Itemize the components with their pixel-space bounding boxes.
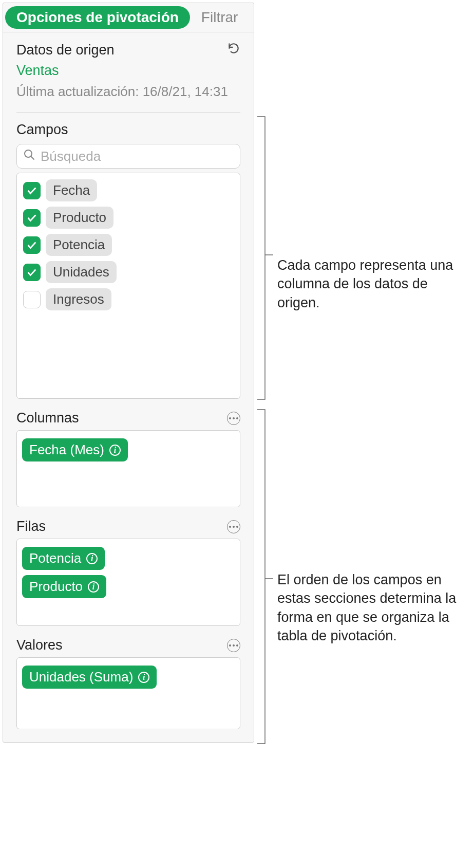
info-icon[interactable]: i: [88, 581, 99, 593]
column-pill-fecha-mes[interactable]: Fecha (Mes) i: [22, 438, 128, 461]
field-checkbox-fecha[interactable]: [23, 182, 41, 199]
columns-title: Columnas: [16, 410, 79, 426]
pill-label: Unidades (Suma): [29, 669, 133, 685]
search-field-wrapper[interactable]: [16, 144, 240, 169]
source-table-name[interactable]: Ventas: [16, 63, 240, 79]
svg-line-1: [31, 156, 34, 159]
info-icon[interactable]: i: [109, 445, 121, 456]
search-icon: [23, 149, 41, 164]
pill-label: Fecha (Mes): [29, 442, 104, 458]
search-input[interactable]: [41, 149, 234, 164]
field-row: Producto: [23, 207, 234, 229]
pill-label: Producto: [29, 579, 83, 595]
pill-label: Potencia: [29, 550, 81, 566]
field-checkbox-potencia[interactable]: [23, 236, 41, 254]
field-pill-fecha[interactable]: Fecha: [46, 179, 97, 201]
values-dropzone[interactable]: Unidades (Suma) i: [16, 657, 240, 729]
tab-bar: Opciones de pivotación Filtrar: [3, 3, 254, 32]
callout-bracket-zones: [257, 409, 274, 748]
section-divider: [16, 112, 240, 113]
field-pill-producto[interactable]: Producto: [46, 207, 113, 229]
field-row: Potencia: [23, 234, 234, 256]
rows-more-icon[interactable]: [227, 520, 240, 533]
callout-fields-text: Cada campo representa una columna de los…: [277, 256, 467, 312]
field-row: Ingresos: [23, 288, 234, 310]
columns-dropzone[interactable]: Fecha (Mes) i: [16, 430, 240, 507]
pivot-options-panel: Opciones de pivotación Filtrar Datos de …: [3, 3, 254, 743]
field-checkbox-producto[interactable]: [23, 209, 41, 227]
row-pill-potencia[interactable]: Potencia i: [22, 547, 105, 570]
field-row: Unidades: [23, 261, 234, 283]
field-checkbox-unidades[interactable]: [23, 264, 41, 281]
values-more-icon[interactable]: [227, 639, 240, 652]
last-updated-label: Última actualización: 16/8/21, 14:31: [16, 84, 240, 100]
field-pill-ingresos[interactable]: Ingresos: [46, 288, 111, 310]
fields-list: Fecha Producto Potencia Unidades Ingreso…: [16, 173, 240, 399]
field-checkbox-ingresos[interactable]: [23, 291, 41, 308]
info-icon[interactable]: i: [86, 553, 98, 564]
row-pill-producto[interactable]: Producto i: [22, 575, 106, 598]
field-row: Fecha: [23, 179, 234, 201]
tab-filter[interactable]: Filtrar: [190, 6, 250, 29]
rows-dropzone[interactable]: Potencia i Producto i: [16, 539, 240, 626]
callout-zones-text: El orden de los campos en estas seccione…: [277, 570, 470, 645]
fields-title: Campos: [16, 122, 240, 138]
columns-more-icon[interactable]: [227, 412, 240, 425]
rows-title: Filas: [16, 519, 46, 534]
refresh-icon[interactable]: [227, 42, 240, 59]
field-pill-unidades[interactable]: Unidades: [46, 261, 117, 283]
callout-bracket-fields: [257, 116, 274, 403]
values-title: Valores: [16, 637, 63, 653]
source-header-label: Datos de origen: [16, 42, 115, 58]
info-icon[interactable]: i: [138, 672, 149, 683]
panel-content: Datos de origen Ventas Última actualizac…: [3, 32, 254, 742]
value-pill-unidades-suma[interactable]: Unidades (Suma) i: [22, 666, 157, 689]
field-pill-potencia[interactable]: Potencia: [46, 234, 112, 256]
tab-pivot-options[interactable]: Opciones de pivotación: [5, 6, 190, 29]
